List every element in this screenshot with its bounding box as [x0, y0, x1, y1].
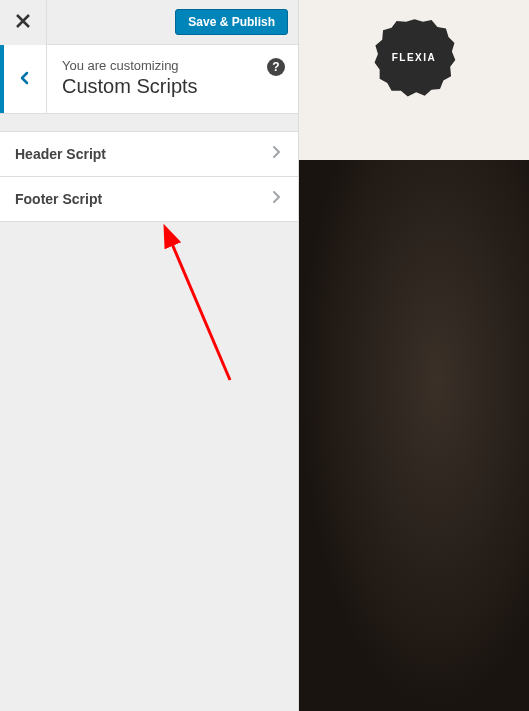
top-bar: Save & Publish — [0, 0, 298, 45]
menu-list: Header Script Footer Script — [0, 131, 298, 222]
customizing-label: You are customizing — [62, 58, 283, 73]
header-content: You are customizing Custom Scripts ? — [47, 45, 298, 113]
help-icon[interactable]: ? — [267, 58, 285, 76]
chevron-right-icon — [269, 190, 283, 208]
brand-text: FLEXIA — [392, 52, 437, 63]
close-icon — [15, 13, 31, 32]
section-title: Custom Scripts — [62, 75, 283, 98]
menu-item-label: Footer Script — [15, 191, 102, 207]
site-preview: FLEXIA — [299, 0, 529, 711]
back-button[interactable] — [0, 45, 47, 113]
menu-item-header-script[interactable]: Header Script — [0, 132, 298, 177]
preview-hero-image — [299, 160, 529, 711]
section-header: You are customizing Custom Scripts ? — [0, 45, 298, 114]
spacer — [0, 114, 298, 131]
brand-logo: FLEXIA — [372, 15, 457, 100]
save-publish-button[interactable]: Save & Publish — [175, 9, 288, 35]
preview-header: FLEXIA — [299, 0, 529, 160]
menu-item-footer-script[interactable]: Footer Script — [0, 177, 298, 222]
menu-item-label: Header Script — [15, 146, 106, 162]
customizer-sidebar: Save & Publish You are customizing Custo… — [0, 0, 299, 711]
chevron-right-icon — [269, 145, 283, 163]
save-area: Save & Publish — [47, 0, 298, 44]
chevron-left-icon — [18, 71, 32, 88]
close-button[interactable] — [0, 0, 47, 45]
